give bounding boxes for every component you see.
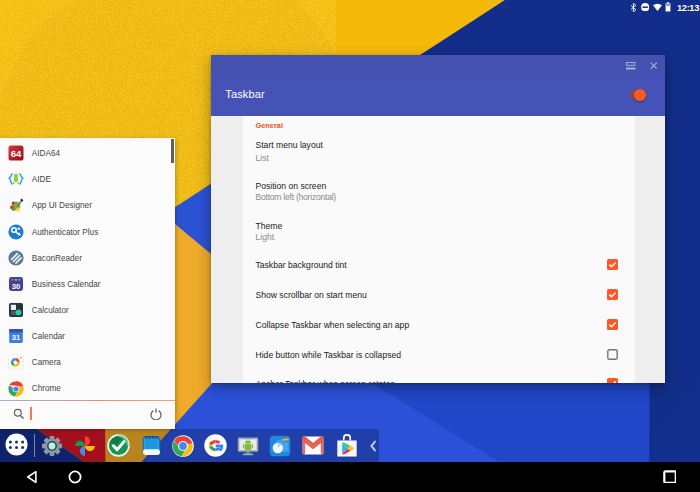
svg-text:64: 64: [10, 148, 21, 159]
svg-text:31: 31: [11, 333, 20, 342]
svg-text:30: 30: [11, 282, 19, 291]
